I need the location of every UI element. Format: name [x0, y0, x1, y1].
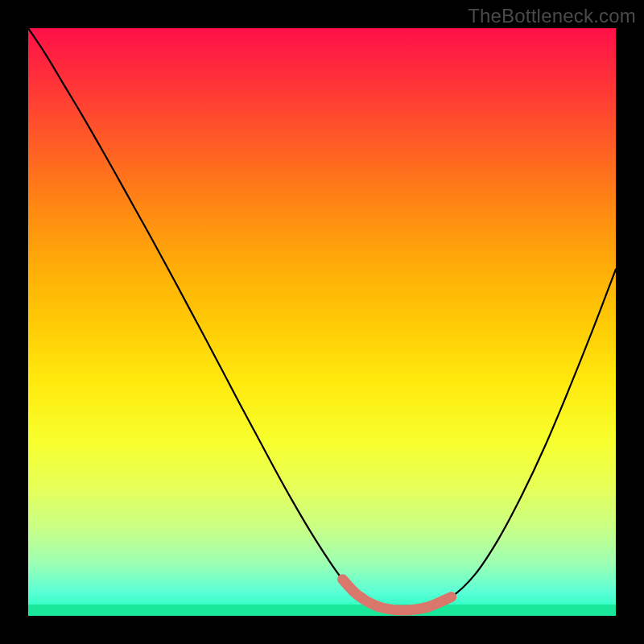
optimal-region-overlay — [343, 580, 452, 610]
bottleneck-curve — [28, 28, 616, 610]
watermark-label: TheBottleneck.com — [468, 5, 636, 27]
curve-layer — [28, 28, 616, 616]
chart-frame: TheBottleneck.com — [0, 0, 644, 644]
plot-area — [28, 28, 616, 616]
